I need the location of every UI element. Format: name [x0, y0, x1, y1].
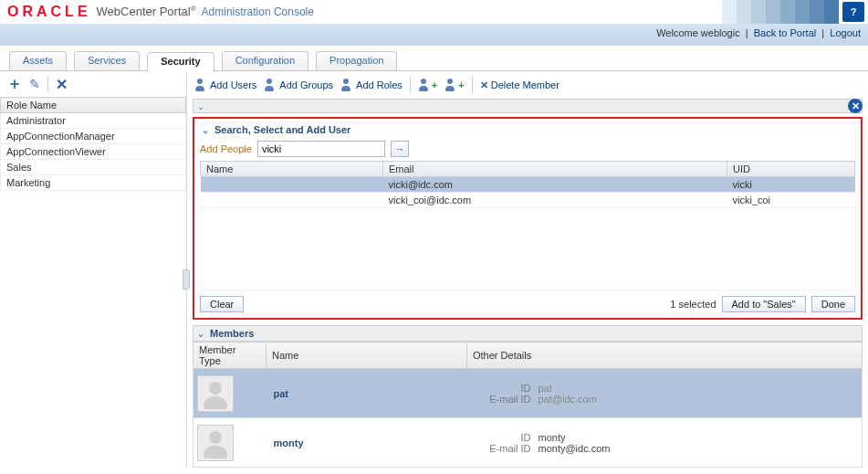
user-icon	[194, 79, 207, 91]
delete-role-icon[interactable]: ✕	[54, 77, 68, 91]
roles-icon	[340, 79, 353, 91]
divider	[47, 77, 48, 91]
members-table: Member Type Name Other Details pat IDpat…	[193, 342, 863, 468]
header-top: ORACLE WebCenter Portal® Administration …	[0, 0, 868, 24]
add-to-role-button[interactable]: Add to "Sales"	[722, 296, 806, 312]
avatar	[197, 375, 234, 412]
avatar	[197, 425, 234, 461]
back-to-portal-link[interactable]: Back to Portal	[754, 27, 816, 38]
add-group-icon[interactable]: +	[444, 79, 464, 91]
role-row[interactable]: Marketing	[1, 175, 186, 191]
divider	[410, 77, 411, 93]
add-user-icon[interactable]: +	[418, 79, 437, 91]
roles-table: Role Name Administrator AppConnectionMan…	[0, 97, 186, 191]
col-other-details[interactable]: Other Details	[467, 342, 863, 369]
tab-security[interactable]: Security	[147, 52, 214, 71]
col-name[interactable]: Name	[201, 162, 383, 177]
member-email: pat@idc.com	[539, 394, 597, 405]
role-row[interactable]: Sales	[1, 160, 186, 175]
col-email[interactable]: Email	[383, 162, 727, 177]
search-results-table: Name Email UID vicki@idc.com vicki vicki…	[200, 161, 855, 290]
email-label: E-mail ID	[467, 443, 531, 454]
oracle-logo: ORACLE	[7, 4, 91, 20]
selected-count: 1 selected	[670, 299, 716, 310]
close-panel-icon[interactable]: ✕	[848, 99, 863, 113]
roles-toolbar: + ✎ ✕	[0, 71, 186, 97]
members-title: Members	[210, 328, 254, 339]
member-email: monty@idc.com	[539, 443, 611, 454]
divider	[472, 77, 473, 93]
member-id: pat	[539, 383, 552, 394]
email-label: E-mail ID	[467, 394, 531, 405]
splitter-handle[interactable]	[183, 269, 190, 290]
add-people-input[interactable]	[257, 141, 385, 157]
header-links: Welcome weblogic | Back to Portal | Logo…	[0, 24, 868, 46]
add-users-button[interactable]: Add Users	[194, 79, 256, 91]
chevron-down-icon: ⌄	[197, 329, 204, 339]
col-member-name[interactable]: Name	[267, 342, 467, 369]
add-role-icon[interactable]: +	[7, 77, 22, 91]
role-row[interactable]: Administrator	[1, 113, 186, 129]
add-people-label: Add People	[200, 143, 252, 154]
search-result-row[interactable]: vicki_coi@idc.com vicki_coi	[201, 193, 855, 208]
roles-pane: + ✎ ✕ Role Name Administrator AppConnect…	[0, 71, 187, 468]
id-label: ID	[467, 383, 531, 394]
member-name: monty	[267, 418, 467, 468]
search-add-user-panel: ⌄ Search, Select and Add User Add People…	[193, 117, 863, 320]
col-member-type[interactable]: Member Type	[193, 342, 267, 369]
member-name: pat	[267, 369, 467, 418]
delete-member-button[interactable]: ✕Delete Member	[480, 79, 559, 91]
tab-propagation[interactable]: Propagation	[316, 51, 397, 70]
logout-link[interactable]: Logout	[830, 27, 861, 38]
product-name: WebCenter Portal®	[97, 5, 196, 18]
add-roles-button[interactable]: Add Roles	[340, 79, 403, 91]
chevron-down-icon: ⌄	[197, 101, 204, 111]
search-panel-title: Search, Select and Add User	[214, 124, 350, 135]
collapse-bar[interactable]: ⌄	[193, 99, 863, 113]
tab-configuration[interactable]: Configuration	[222, 51, 309, 70]
member-row[interactable]: monty IDmonty E-mail IDmonty@idc.com	[193, 418, 863, 468]
members-section-header[interactable]: ⌄ Members	[193, 325, 863, 342]
search-panel-title-row[interactable]: ⌄ Search, Select and Add User	[200, 122, 855, 141]
add-groups-button[interactable]: Add Groups	[264, 79, 333, 91]
member-id: monty	[539, 432, 566, 443]
tab-assets[interactable]: Assets	[9, 51, 67, 70]
edit-role-icon[interactable]: ✎	[27, 77, 42, 91]
done-button[interactable]: Done	[811, 296, 855, 312]
tab-services[interactable]: Services	[74, 51, 140, 70]
role-row[interactable]: AppConnectionViewer	[1, 144, 186, 160]
chevron-down-icon: ⌄	[202, 125, 209, 135]
search-result-row[interactable]: vicki@idc.com vicki	[201, 177, 855, 193]
console-title: Administration Console	[202, 5, 314, 18]
group-icon	[264, 79, 277, 91]
members-pane: Add Users Add Groups Add Roles + + ✕Dele…	[187, 71, 868, 468]
role-row[interactable]: AppConnectionManager	[1, 129, 186, 144]
members-toolbar: Add Users Add Groups Add Roles + + ✕Dele…	[187, 71, 868, 99]
search-go-button[interactable]: →	[391, 141, 409, 157]
id-label: ID	[467, 432, 531, 443]
main-tabbar: Assets Services Security Configuration P…	[0, 46, 868, 71]
clear-button[interactable]: Clear	[200, 296, 244, 312]
col-uid[interactable]: UID	[727, 162, 855, 177]
header-stripes	[722, 0, 839, 24]
roles-header: Role Name	[1, 98, 186, 113]
member-row[interactable]: pat IDpat E-mail IDpat@idc.com	[193, 369, 863, 418]
welcome-text: Welcome weblogic	[656, 27, 740, 38]
help-icon[interactable]: ?	[842, 2, 864, 22]
